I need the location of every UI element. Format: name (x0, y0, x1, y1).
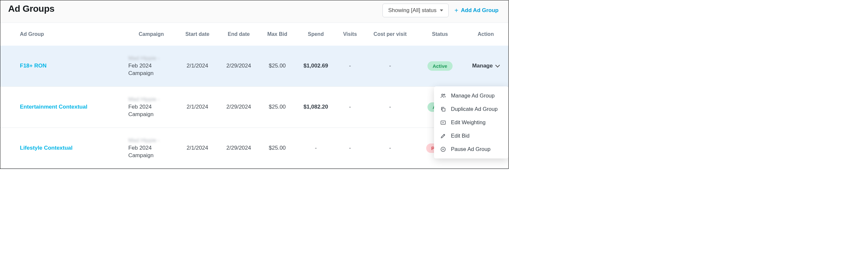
add-ad-group-label: Add Ad Group (461, 7, 499, 14)
chevron-down-icon (495, 63, 500, 67)
max-bid: $25.00 (259, 46, 295, 86)
pause-icon (440, 146, 446, 152)
spend: $1,082.20 (295, 86, 337, 127)
cost-per-visit: - (363, 127, 417, 169)
status-badge: Active (428, 61, 453, 71)
start-date: 2/1/2024 (177, 46, 218, 86)
col-spend: Spend (295, 23, 337, 46)
svg-rect-2 (442, 108, 445, 111)
menu-label: Pause Ad Group (451, 146, 490, 152)
col-max-bid: Max Bid (259, 23, 295, 46)
menu-label: Edit Bid (451, 133, 469, 139)
pencil-icon (440, 133, 446, 139)
col-visits: Visits (337, 23, 364, 46)
menu-edit-weighting[interactable]: Edit Weighting (434, 116, 508, 129)
plus-icon: + (455, 7, 459, 14)
chevron-down-icon (440, 9, 443, 11)
menu-label: Edit Weighting (451, 119, 486, 125)
menu-label: Manage Ad Group (451, 93, 495, 99)
ad-group-link[interactable]: F18+ RON (20, 63, 46, 69)
visits: - (337, 127, 364, 169)
col-cpv: Cost per visit (363, 23, 417, 46)
menu-manage-ad-group[interactable]: Manage Ad Group (434, 89, 508, 102)
table-row: Entertainment ContextualMad Hippie -Feb … (0, 86, 508, 127)
cost-per-visit: - (363, 46, 417, 86)
table-row: F18+ RONMad Hippie -Feb 2024Campaign2/1/… (0, 46, 508, 86)
copy-icon (440, 106, 446, 112)
people-icon (440, 93, 446, 99)
visits: - (337, 46, 364, 86)
end-date: 2/29/2024 (218, 127, 259, 169)
svg-point-0 (441, 94, 443, 95)
status-filter-label: Showing [All] status (388, 7, 436, 14)
add-ad-group-button[interactable]: + Add Ad Group (453, 5, 500, 16)
ad-group-link[interactable]: Lifestyle Contextual (20, 145, 73, 151)
ad-groups-panel: Ad Groups Showing [All] status + Add Ad … (0, 0, 508, 169)
campaign-name: Mad Hippie -Feb 2024Campaign (128, 55, 174, 77)
spend: $1,002.69 (295, 46, 337, 86)
manage-dropdown-menu: Manage Ad Group Duplicate Ad Group Edit … (434, 86, 508, 158)
svg-point-5 (441, 147, 445, 152)
page-title: Ad Groups (8, 4, 55, 14)
col-status: Status (417, 23, 463, 46)
end-date: 2/29/2024 (218, 46, 259, 86)
col-ad-group: Ad Group (0, 23, 126, 46)
col-action: Action (463, 23, 508, 46)
start-date: 2/1/2024 (177, 127, 218, 169)
max-bid: $25.00 (259, 86, 295, 127)
col-campaign: Campaign (126, 23, 177, 46)
campaign-name: Mad Hippie -Feb 2024Campaign (128, 96, 174, 118)
table-row: Lifestyle ContextualMad Hippie -Feb 2024… (0, 127, 508, 169)
ad-group-link[interactable]: Entertainment Contextual (20, 104, 87, 110)
menu-label: Duplicate Ad Group (451, 106, 498, 112)
table-header-row: Ad Group Campaign Start date End date Ma… (0, 23, 508, 46)
visits: - (337, 86, 364, 127)
status-filter-dropdown[interactable]: Showing [All] status (382, 4, 448, 17)
cost-per-visit: - (363, 86, 417, 127)
svg-marker-4 (443, 122, 444, 123)
start-date: 2/1/2024 (177, 86, 218, 127)
end-date: 2/29/2024 (218, 86, 259, 127)
header-actions: Showing [All] status + Add Ad Group (382, 4, 500, 17)
menu-edit-bid[interactable]: Edit Bid (434, 129, 508, 143)
spend: - (295, 127, 337, 169)
ad-groups-table-wrap: Ad Group Campaign Start date End date Ma… (0, 23, 508, 169)
col-end-date: End date (218, 23, 259, 46)
campaign-name: Mad Hippie -Feb 2024Campaign (128, 137, 174, 159)
menu-duplicate-ad-group[interactable]: Duplicate Ad Group (434, 102, 508, 116)
weighting-icon (440, 120, 446, 125)
col-start-date: Start date (177, 23, 218, 46)
panel-header: Ad Groups Showing [All] status + Add Ad … (0, 0, 508, 23)
menu-pause-ad-group[interactable]: Pause Ad Group (434, 143, 508, 156)
svg-point-1 (444, 94, 445, 95)
manage-button[interactable]: Manage (472, 63, 499, 69)
ad-groups-table: Ad Group Campaign Start date End date Ma… (0, 23, 508, 169)
max-bid: $25.00 (259, 127, 295, 169)
